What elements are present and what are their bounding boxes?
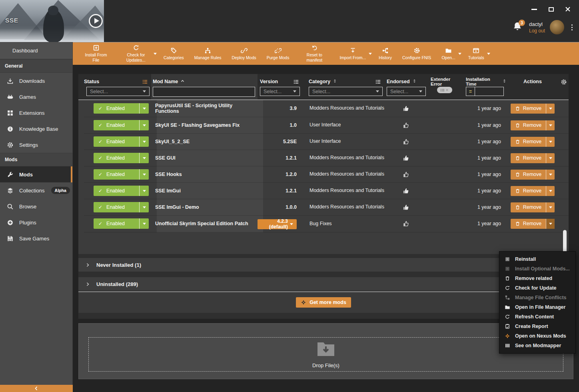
column-version-label[interactable]: Version xyxy=(260,79,278,84)
status-dropdown-caret[interactable] xyxy=(139,218,149,229)
status-button[interactable]: ✓Enabled xyxy=(94,136,149,147)
mod-row[interactable]: ✓Enabled Unofficial Skyrim Special Editi… xyxy=(84,216,569,232)
remove-dropdown-caret[interactable] xyxy=(546,120,555,130)
remove-button[interactable]: Remove xyxy=(511,104,555,114)
status-dropdown-caret[interactable] xyxy=(139,136,149,147)
context-menu-item-open-in-file-manager[interactable]: Open in File Manager xyxy=(499,302,575,312)
remove-dropdown-caret[interactable] xyxy=(546,104,555,114)
context-menu-item-remove-related[interactable]: Remove related xyxy=(499,274,575,283)
sidebar-item-extensions[interactable]: Extensions xyxy=(0,105,72,121)
filter-list-icon[interactable] xyxy=(293,79,299,85)
mod-name[interactable]: PapyrusUtil SE - Scripting Utility Funct… xyxy=(151,103,258,114)
table-settings-button[interactable] xyxy=(559,74,569,100)
mod-row[interactable]: ✓Enabled SkyUI SE - Flashing Savegames F… xyxy=(84,117,569,134)
remove-button[interactable]: Remove xyxy=(511,202,555,212)
time-filter-input[interactable] xyxy=(475,87,504,96)
more-menu-button[interactable] xyxy=(569,24,575,30)
toolbar-button-deploy-mods[interactable]: Deploy Mods xyxy=(227,42,262,65)
column-endorsed-label[interactable]: Endorsed xyxy=(387,79,410,84)
play-game-button[interactable] xyxy=(89,14,103,28)
toolbar-button-check-for-updates[interactable]: Check for Updates... xyxy=(116,42,156,65)
mod-name[interactable]: SkyUI SE - Flashing Savegames Fix xyxy=(151,122,258,128)
not-endorsed-thumb-icon[interactable] xyxy=(403,138,409,145)
logout-link[interactable]: Log out xyxy=(529,28,545,34)
mod-row[interactable]: ✓Enabled PapyrusUtil SE - Scripting Util… xyxy=(84,100,569,117)
remove-button[interactable]: Remove xyxy=(511,219,555,229)
context-menu-item-manage-file-conflicts[interactable]: Manage File Conflicts xyxy=(499,293,575,302)
extender-error-toggle[interactable] xyxy=(437,87,452,93)
remove-button[interactable]: Remove xyxy=(511,186,555,196)
column-status-label[interactable]: Status xyxy=(84,79,99,84)
toolbar-button-categories[interactable]: Categories xyxy=(158,42,189,65)
toolbar-dropdown-caret[interactable] xyxy=(458,42,463,65)
not-endorsed-thumb-icon[interactable] xyxy=(403,122,409,129)
toolbar-button-purge-mods[interactable]: Purge Mods xyxy=(262,42,295,65)
status-button[interactable]: ✓Enabled xyxy=(94,202,149,212)
status-button[interactable]: ✓Enabled xyxy=(94,103,149,114)
toolbar-button-manage-rules[interactable]: Manage Rules xyxy=(189,42,227,65)
context-menu-item-see-on-modmapper[interactable]: See on Modmapper xyxy=(499,341,575,350)
category-filter-select[interactable]: Select... xyxy=(309,87,383,96)
remove-button[interactable]: Remove xyxy=(511,170,555,180)
mod-row[interactable]: ✓Enabled SSE ImGui - Demo 1.0.0 Modders … xyxy=(84,199,569,216)
filter-list-icon[interactable] xyxy=(375,79,381,85)
endorsed-thumb-icon[interactable] xyxy=(403,155,409,162)
sidebar-collapse-button[interactable] xyxy=(0,385,73,392)
endorsed-thumb-icon[interactable] xyxy=(403,204,409,211)
column-installation-time-label[interactable]: Installation Time xyxy=(466,77,500,86)
sidebar-item-dashboard[interactable]: Dashboard xyxy=(0,42,72,59)
toolbar-button-configure-fnis[interactable]: Configure FNIS xyxy=(397,42,436,65)
mod-name[interactable]: SSE ImGui xyxy=(151,188,258,194)
sidebar-item-mods[interactable]: Mods xyxy=(0,166,72,182)
status-dropdown-caret[interactable] xyxy=(139,103,149,114)
filter-list-icon[interactable] xyxy=(142,79,148,85)
sidebar-item-browse[interactable]: Browse xyxy=(0,198,72,214)
mod-row[interactable]: ✓Enabled SkyUI_5_2_SE 5.2SE User Interfa… xyxy=(84,134,569,150)
remove-dropdown-caret[interactable] xyxy=(546,219,555,229)
sidebar-item-save-games[interactable]: Save Games xyxy=(0,230,72,246)
toolbar-button-install-from-file[interactable]: Install From File xyxy=(76,42,116,65)
sidebar-item-downloads[interactable]: Downloads xyxy=(0,73,72,89)
status-dropdown-caret[interactable] xyxy=(139,153,149,163)
toolbar-button-reset-to-manifest[interactable]: Reset to manifest xyxy=(294,42,334,65)
maximize-button[interactable] xyxy=(545,4,557,14)
status-dropdown-caret[interactable] xyxy=(139,120,149,130)
toolbar-dropdown-caret[interactable] xyxy=(154,42,158,65)
remove-button[interactable]: Remove xyxy=(511,137,555,147)
minimize-button[interactable] xyxy=(529,4,540,14)
remove-button[interactable]: Remove xyxy=(511,120,555,130)
version-filter-select[interactable]: Select... xyxy=(260,87,300,96)
status-button[interactable]: ✓Enabled xyxy=(94,120,149,130)
toolbar-button-tutorials[interactable]: Tutorials xyxy=(463,42,489,65)
column-category-label[interactable]: Category xyxy=(309,79,330,84)
remove-dropdown-caret[interactable] xyxy=(546,137,555,147)
remove-button[interactable]: Remove xyxy=(511,153,555,163)
close-button[interactable] xyxy=(562,4,573,14)
group-uninstalled[interactable]: Uninstalled (289) xyxy=(78,277,569,291)
version-select-button[interactable]: 4.2.3 (default) xyxy=(258,219,297,229)
endorsed-filter-select[interactable]: Select... xyxy=(387,87,426,96)
toolbar-dropdown-caret[interactable] xyxy=(487,42,492,65)
context-menu-item-install-optional-mods[interactable]: Install Optional Mods... xyxy=(499,264,575,274)
status-dropdown-caret[interactable] xyxy=(139,186,149,196)
notifications-button[interactable]: 3 xyxy=(512,21,524,33)
drop-target[interactable]: Drop File(s) xyxy=(88,337,563,372)
sidebar-item-knowledge-base[interactable]: Knowledge Base xyxy=(0,121,72,137)
mod-name[interactable]: SSE ImGui - Demo xyxy=(151,204,258,210)
context-menu-item-check-for-update[interactable]: Check for Update xyxy=(499,283,575,293)
status-button[interactable]: ✓Enabled xyxy=(94,186,149,196)
toolbar-button-import-from[interactable]: Import From... xyxy=(334,42,371,65)
context-menu-item-create-report[interactable]: Create Report xyxy=(499,322,575,331)
column-mod-name-label[interactable]: Mod Name xyxy=(153,79,178,84)
remove-dropdown-caret[interactable] xyxy=(546,153,555,163)
not-endorsed-thumb-icon[interactable] xyxy=(403,220,409,227)
sidebar-item-plugins[interactable]: Plugins xyxy=(0,214,72,230)
mod-name[interactable]: Unofficial Skyrim Special Edition Patch xyxy=(151,221,258,226)
status-button[interactable]: ✓Enabled xyxy=(94,169,149,180)
context-menu-item-refresh-content[interactable]: Refresh Content xyxy=(499,312,575,322)
context-menu-item-open-on-nexus-mods[interactable]: Open on Nexus Mods xyxy=(499,331,575,341)
sidebar-item-games[interactable]: Games xyxy=(0,89,72,105)
group-never-installed[interactable]: Never Installed (1) xyxy=(78,258,569,272)
mod-name-filter-input[interactable] xyxy=(153,87,255,97)
mod-row[interactable]: ✓Enabled SSE GUI 1.2.1 Modders Resources… xyxy=(84,150,569,166)
